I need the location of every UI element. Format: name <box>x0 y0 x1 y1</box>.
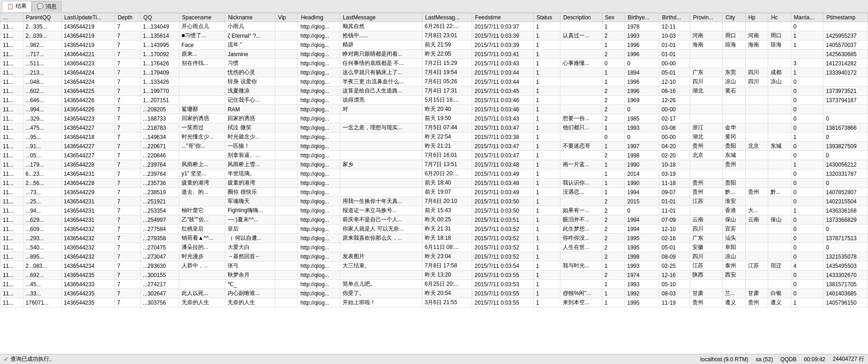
col-header-marria[interactable]: Marria... <box>791 13 823 22</box>
cell-r18-c21: 0 <box>791 188 823 197</box>
table-row[interactable]: 11......33...14365442357...302647此人以死...… <box>0 289 868 298</box>
cell-r6-c16: 12-10 <box>659 77 690 87</box>
col-header-parentqq[interactable]: ParentQQ <box>23 13 61 22</box>
tab-messages[interactable]: 💬 消息 <box>32 1 62 12</box>
col-header-lastmessagetime[interactable]: LastMessag... <box>422 13 472 22</box>
table-row[interactable]: 11......179...14365442287...239764风雨桥上..… <box>0 160 868 169</box>
cell-r19-c11: 2015/7/11 0:03:50 <box>472 197 534 206</box>
cell-r20-c10: 前天 15:43 <box>422 206 472 215</box>
table-row[interactable]: 11......540...14365442327...270475潘朵拉的..… <box>0 243 868 252</box>
table-row[interactable]: 11......05...14365442277...220846别拿装逼、..… <box>0 151 868 160</box>
table-row[interactable]: 11......45...14365442337...274217℃_http:… <box>0 280 868 289</box>
table-row[interactable]: 11......511...143654422371...176426别在伴找.… <box>0 59 868 68</box>
table-row[interactable]: 11......048...143654422471...133426转身 说爱… <box>0 77 868 87</box>
col-header-city[interactable]: City <box>723 13 746 22</box>
cell-r14-c2: 1436544227 <box>61 151 114 160</box>
cell-r16-c14: 1 <box>602 169 625 179</box>
cell-r12-c6: 时光懿念少... <box>225 133 275 142</box>
col-header-nickname[interactable]: Nickname <box>225 13 275 22</box>
col-header-hp[interactable]: Hp <box>745 13 768 22</box>
cell-r1-c13: 认真过一... <box>560 31 602 40</box>
col-header-headimg[interactable]: HeadImg <box>298 13 340 22</box>
cell-r15-c10: 7月7日 13:51 <box>422 160 472 169</box>
table-row[interactable]: 11...6...23...14365442317...239764y1" 坚坚… <box>0 169 868 179</box>
table-row[interactable]: 11......717...143654422171...170092原来...… <box>0 50 868 59</box>
table-row[interactable]: 11......602...143654422571...199770浅夏微凉h… <box>0 87 868 96</box>
cell-r12-c16: 00-00 <box>659 133 690 142</box>
cell-r10-c6: 回家的诱惑 <box>225 114 275 123</box>
cell-r27-c20 <box>768 271 791 280</box>
col-header-hc[interactable]: Hc <box>768 13 791 22</box>
table-row[interactable]: 11...2...039...143654421971...135614■习惯了… <box>0 31 868 40</box>
col-header-birthye[interactable]: Birthye... <box>625 13 659 22</box>
cell-r15-c11: 2015/7/11 0:03:48 <box>472 160 534 169</box>
cell-r9-c5: 鲨珊鄯 <box>179 105 225 114</box>
table-row[interactable]: 11......293...14365442327...279358销荷看▲^^… <box>0 234 868 243</box>
cell-r3-c4: 1...170092 <box>140 50 179 59</box>
cell-r1-c0: 11... <box>0 31 23 40</box>
col-header-spacename[interactable]: Spacename <box>179 13 225 22</box>
cell-r21-c9: 前庆幸不是自己一个人... <box>340 215 422 225</box>
col-header-status[interactable]: Status <box>533 13 560 22</box>
cell-r1-c21: 1 <box>791 31 823 40</box>
cell-r26-c8: http://qlog... <box>298 261 340 271</box>
cell-r11-c22: 1381673866 <box>823 123 868 133</box>
table-row[interactable]: 11......629...14365442317...254997乙"吱""佐… <box>0 215 868 225</box>
table-row[interactable]: 11......25...14365442317...251921军魂嗨天htt… <box>0 197 868 206</box>
cell-r10-c1: ...329... <box>23 114 61 123</box>
col-header-lastupdateti[interactable]: LastUpdateTi... <box>61 13 114 22</box>
table-row[interactable]: 11...176071...14365442357...303756无奈的人生无… <box>0 298 868 307</box>
cell-r2-c18: 琼海 <box>723 40 746 50</box>
cell-r14-c12: 1 <box>533 151 560 160</box>
table-row[interactable]: 11......982...143654421971...143995Face流… <box>0 40 868 50</box>
table-row[interactable]: 11......94...14365442317...253354柚叶蕾它Fig… <box>0 206 868 215</box>
cell-r5-c14: 1 <box>602 68 625 77</box>
cell-r12-c22: 0 <box>823 133 868 142</box>
tab-results[interactable]: 📋 结果 <box>2 1 32 12</box>
cell-r4-c11: 2015/7/11 0:03:43 <box>472 59 534 68</box>
col-header-feedstime[interactable]: Feedstime <box>472 13 534 22</box>
table-row[interactable]: 11......646...143654422671...207151记住我手心… <box>0 96 868 105</box>
col-header-col0[interactable]: ... <box>0 13 23 22</box>
table-row[interactable]: 11......329...14365442237...188733回家的诱惑回… <box>0 114 868 123</box>
table-row[interactable]: 11......95...14365442187...149634时光懂念少..… <box>0 133 868 142</box>
cell-r28-c9: 简单点儿吧。 <box>340 280 422 289</box>
table-row[interactable]: 11...2...56...14365442287...235736疲童的港湾疲… <box>0 179 868 188</box>
cell-r6-c9: 半夜三更 出流鼻血什么... <box>340 77 422 87</box>
table-row[interactable]: 11......994...14365442267...208205鲨珊鄯RAM… <box>0 105 868 114</box>
cell-r13-c18: 贵阳 <box>723 142 746 151</box>
table-row[interactable]: 11......692...14365442357...300155秋梦余月ht… <box>0 271 868 280</box>
col-header-sex[interactable]: Sex <box>602 13 625 22</box>
col-header-description[interactable]: Description <box>560 13 602 22</box>
table-row[interactable]: 11......609...14365442327...277584红桃皇后皇后… <box>0 225 868 234</box>
cell-r19-c10: 7月6日 20:10 <box>422 197 472 206</box>
cell-r0-c18 <box>723 22 746 31</box>
cell-r2-c19: 海南 <box>745 40 768 50</box>
cell-r8-c3: 7 <box>115 96 141 105</box>
table-row[interactable]: 11......91...14365442277...220671..."哥"你… <box>0 142 868 151</box>
cell-r9-c16: 00-00 <box>659 105 690 114</box>
col-header-provin[interactable]: Provin... <box>690 13 723 22</box>
cell-r13-c22: 1393827509 <box>823 142 868 151</box>
table-row[interactable]: 11......475...14365442277...218783一笑而过拭泣… <box>0 123 868 133</box>
col-header-ptimestamp[interactable]: Ptimestamp <box>823 13 868 22</box>
col-header-qq[interactable]: QQ <box>140 13 179 22</box>
cell-r23-c20 <box>768 234 791 243</box>
table-container[interactable]: ...ParentQQLastUpdateTi...DepthQQSpacena… <box>0 13 868 354</box>
table-row[interactable]: 11......895...14365442327...273047时光漫步→基… <box>0 252 868 261</box>
cell-r30-c2: 1436544235 <box>61 298 114 307</box>
cell-r1-c5: ■习惯了... <box>179 31 225 40</box>
col-header-vip[interactable]: Vip <box>275 13 298 22</box>
cell-r27-c3: 7 <box>115 271 141 280</box>
col-header-depth[interactable]: Depth <box>115 13 141 22</box>
col-header-lastmessage[interactable]: LastMessage <box>340 13 422 22</box>
table-row[interactable]: 11...2...335...143654421971...134049开心雨点… <box>0 22 868 31</box>
table-row[interactable]: 11......213...143654422471...179409忧伤的心灵… <box>0 68 868 77</box>
table-row[interactable]: 11......73...14365442297...238519逝去、的...… <box>0 188 868 197</box>
cell-r29-c15: 1992 <box>625 289 659 298</box>
col-header-birthd[interactable]: Birthd... <box>659 13 690 22</box>
cell-r17-c21: 0 <box>791 179 823 188</box>
cell-r8-c2: 1436544226 <box>61 96 114 105</box>
cell-r30-c14: 1 <box>602 298 625 307</box>
table-row[interactable]: 11...2...083...14365442347...293630人群中，.… <box>0 261 868 271</box>
